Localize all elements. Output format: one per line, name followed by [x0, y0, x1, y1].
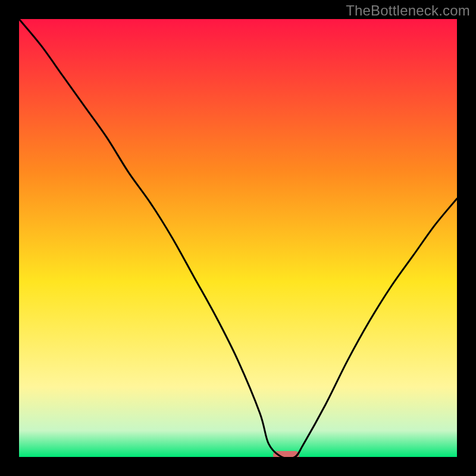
plot-gradient-background [19, 19, 457, 457]
bottleneck-chart [0, 0, 476, 476]
watermark-text: TheBottleneck.com [346, 2, 470, 19]
chart-container: TheBottleneck.com [0, 0, 476, 476]
